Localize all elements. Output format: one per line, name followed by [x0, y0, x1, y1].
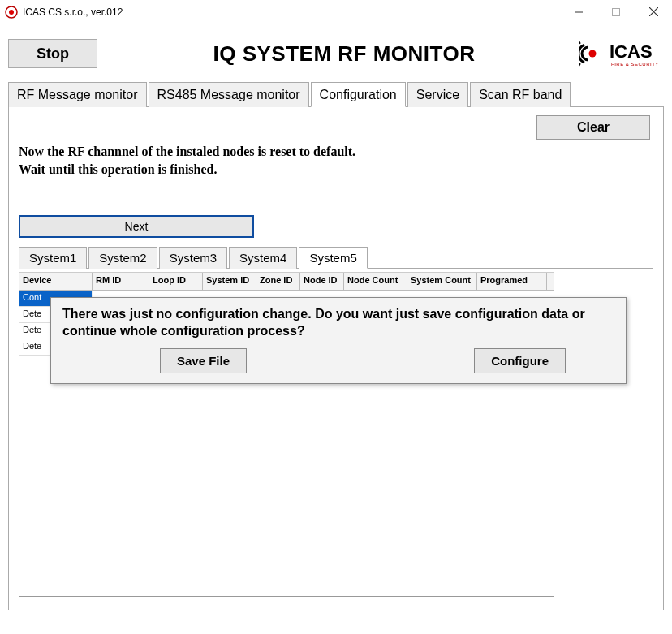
tab-system5[interactable]: System5	[299, 247, 367, 269]
confirmation-dialog: There was just no configuration change. …	[50, 297, 627, 384]
col-device[interactable]: Device	[19, 273, 93, 290]
next-button[interactable]: Next	[19, 215, 254, 238]
tab-service[interactable]: Service	[407, 82, 468, 107]
svg-rect-3	[613, 8, 620, 15]
tab-rs485-message-monitor[interactable]: RS485 Message monitor	[149, 82, 309, 107]
logo: ICAS FIRE & SECURITY	[575, 36, 664, 71]
col-node-id[interactable]: Node ID	[300, 273, 344, 290]
tab-configuration[interactable]: Configuration	[311, 82, 406, 107]
tab-system3[interactable]: System3	[159, 247, 227, 269]
save-file-button[interactable]: Save File	[160, 348, 247, 373]
dialog-text: There was just no configuration change. …	[62, 306, 614, 340]
clear-button[interactable]: Clear	[536, 115, 650, 140]
window-title: ICAS CS s.r.o., ver.012	[23, 6, 560, 18]
status-line-2: Wait until this operation is finished.	[19, 161, 653, 179]
status-message: Now the RF channnel of the instaled node…	[19, 143, 653, 179]
system-tabs: System1 System2 System3 System4 System5	[19, 246, 653, 269]
svg-point-6	[589, 50, 597, 58]
maximize-button[interactable]	[597, 0, 635, 24]
app-title: IQ SYSTEM RF MONITOR	[114, 41, 575, 67]
svg-text:FIRE & SECURITY: FIRE & SECURITY	[611, 62, 659, 67]
tab-scan-rf-band[interactable]: Scan RF band	[470, 82, 571, 107]
close-button[interactable]	[635, 0, 672, 24]
grid-header: Device RM ID Loop ID System ID Zone ID N…	[19, 273, 554, 291]
app-icon	[5, 6, 18, 19]
tab-system1[interactable]: System1	[19, 247, 87, 269]
minimize-button[interactable]	[560, 0, 597, 24]
titlebar: ICAS CS s.r.o., ver.012	[0, 0, 672, 24]
tab-system4[interactable]: System4	[229, 247, 297, 269]
svg-point-1	[9, 10, 14, 15]
configure-button[interactable]: Configure	[474, 348, 566, 373]
col-rm-id[interactable]: RM ID	[93, 273, 149, 290]
main-tabs: RF Message monitor RS485 Message monitor…	[8, 81, 664, 107]
col-programed[interactable]: Programed	[477, 273, 547, 290]
col-loop-id[interactable]: Loop ID	[149, 273, 203, 290]
svg-text:ICAS: ICAS	[610, 41, 653, 62]
col-system-count[interactable]: System Count	[407, 273, 477, 290]
col-zone-id[interactable]: Zone ID	[256, 273, 300, 290]
status-line-1: Now the RF channnel of the instaled node…	[19, 143, 653, 161]
stop-button[interactable]: Stop	[8, 39, 97, 68]
tab-rf-message-monitor[interactable]: RF Message monitor	[8, 82, 147, 107]
tab-system2[interactable]: System2	[88, 247, 157, 269]
col-node-count[interactable]: Node Count	[344, 273, 407, 290]
col-system-id[interactable]: System ID	[203, 273, 256, 290]
